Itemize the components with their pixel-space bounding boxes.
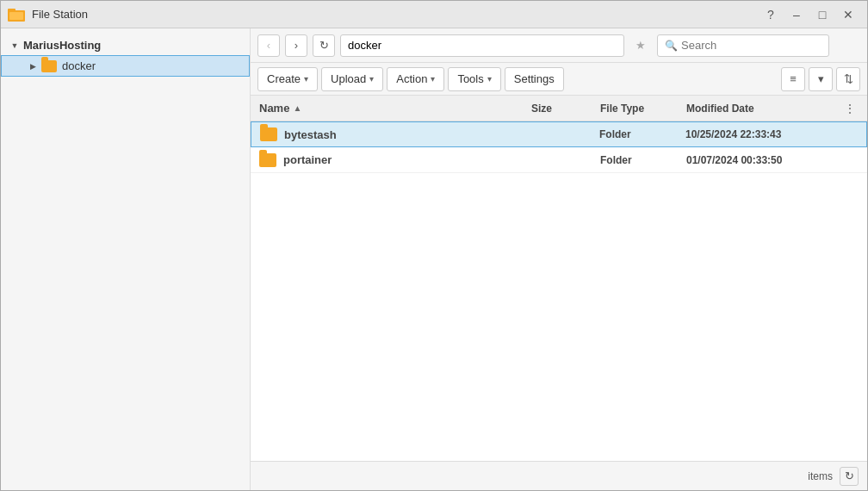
file-station-window: File Station ? – □ ✕ MariusHosting docke… [0,0,868,491]
footer: items ↻ [251,461,867,490]
view-controls: ≡ ▾ ⇅ [781,67,860,91]
chevron-down-icon: ▾ [818,72,824,85]
file-modified-cell: 01/07/2024 00:33:50 [686,154,841,166]
upload-dropdown-arrow: ▾ [369,74,374,84]
folder-icon [41,60,57,72]
col-modified-header: Modified Date [686,103,841,115]
action-dropdown-arrow: ▾ [431,74,435,84]
sidebar-group-header[interactable]: MariusHosting [1,35,250,55]
settings-button[interactable]: Settings [505,67,564,91]
upload-label: Upload [331,72,366,85]
create-dropdown-arrow: ▾ [304,74,308,84]
col-more-header[interactable]: ⋮ [841,102,859,115]
folder-icon [259,153,276,167]
svg-rect-2 [9,12,23,20]
view-dropdown-button[interactable]: ▾ [809,67,833,91]
path-input[interactable] [340,34,624,57]
col-size-header: Size [531,103,600,115]
sort-button[interactable]: ⇅ [836,67,860,91]
app-icon [8,6,25,23]
settings-label: Settings [514,72,555,85]
file-name-cell: bytestash [260,127,530,141]
footer-refresh-icon: ↻ [845,469,854,482]
footer-refresh-button[interactable]: ↻ [840,467,859,486]
minimize-button[interactable]: – [784,5,809,24]
search-input[interactable] [681,39,822,52]
table-row[interactable]: portainer Folder 01/07/2024 00:33:50 [251,147,867,173]
sidebar-item-label: docker [62,59,96,72]
chevron-right-icon [28,61,38,71]
upload-button[interactable]: Upload ▾ [321,67,383,91]
forward-button[interactable]: › [285,34,307,57]
tools-button[interactable]: Tools ▾ [448,67,500,91]
maximize-button[interactable]: □ [810,5,834,24]
sidebar-item-docker[interactable]: docker [1,55,250,77]
refresh-button[interactable]: ↻ [313,34,335,57]
sort-arrow-icon: ▲ [293,103,301,113]
list-view-button[interactable]: ≡ [781,67,805,91]
expand-icon [9,40,20,51]
forward-arrow-icon: › [294,39,298,52]
window-title: File Station [32,8,88,21]
tools-dropdown-arrow: ▾ [487,74,492,84]
svg-rect-1 [8,9,16,12]
folder-icon [260,127,277,141]
sidebar-root-label: MariusHosting [23,39,101,52]
file-type-cell: Folder [599,128,685,140]
col-name-header: Name ▲ [259,102,531,115]
action-button[interactable]: Action ▾ [387,67,444,91]
sort-icon: ⇅ [844,72,853,85]
titlebar-controls: ? – □ ✕ [759,5,860,24]
table-row[interactable]: bytestash Folder 10/25/2024 22:33:43 [251,121,867,147]
items-count-label: items [808,470,833,482]
search-box: 🔍 [657,34,829,57]
back-button[interactable]: ‹ [257,34,280,57]
search-icon: 🔍 [665,40,678,52]
right-panel: ‹ › ↻ ★ 🔍 Create [251,28,867,490]
sidebar: MariusHosting docker [1,28,251,490]
close-button[interactable]: ✕ [836,5,860,24]
back-arrow-icon: ‹ [267,39,270,52]
refresh-icon: ↻ [319,39,329,52]
action-label: Action [396,72,427,85]
tools-label: Tools [457,72,483,85]
main-content: MariusHosting docker ‹ › ↻ [1,28,867,490]
titlebar-left: File Station [8,6,88,23]
file-list-header: Name ▲ Size File Type Modified Date ⋮ [251,96,867,121]
file-list-container: Name ▲ Size File Type Modified Date ⋮ by… [251,96,867,461]
help-button[interactable]: ? [759,5,783,24]
col-filetype-header: File Type [600,103,686,115]
actions-toolbar: Create ▾ Upload ▾ Action ▾ Tools ▾ Setti… [251,63,867,96]
file-type-cell: Folder [600,154,686,166]
titlebar: File Station ? – □ ✕ [1,1,867,28]
list-view-icon: ≡ [790,72,797,85]
favorite-button[interactable]: ★ [629,34,652,57]
create-button[interactable]: Create ▾ [257,67,318,91]
create-label: Create [267,72,301,85]
file-name-cell: portainer [259,153,531,167]
file-modified-cell: 10/25/2024 22:33:43 [685,128,840,140]
star-icon: ★ [636,39,646,52]
sidebar-group-mariushosting: MariusHosting docker [1,35,250,77]
path-toolbar: ‹ › ↻ ★ 🔍 [251,28,867,63]
